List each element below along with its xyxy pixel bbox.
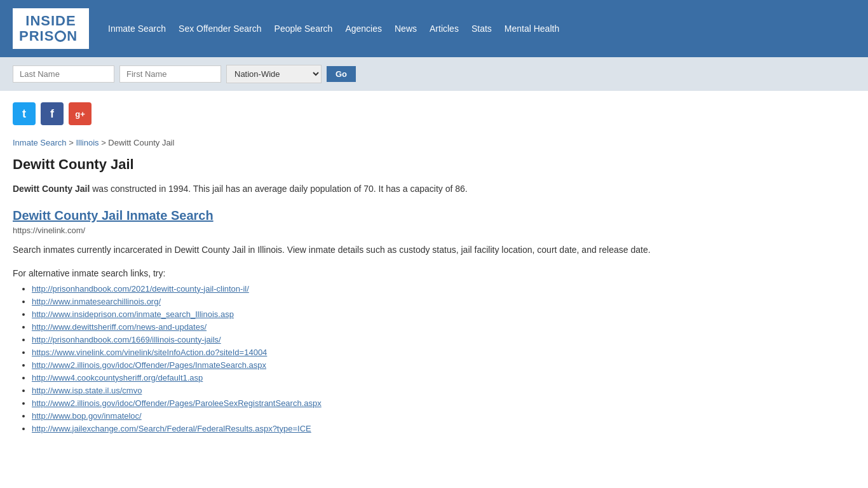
list-item: http://prisonhandbook.com/2021/dewitt-co… — [32, 283, 839, 294]
nav-articles[interactable]: Articles — [430, 24, 459, 34]
list-item: http://prisonhandbook.com/1669/illinois-… — [32, 334, 839, 344]
social-bar: t f g+ — [0, 91, 868, 132]
breadcrumb-inmate-search[interactable]: Inmate Search — [13, 138, 67, 147]
breadcrumb-illinois[interactable]: Illinois — [76, 138, 98, 147]
nav-news[interactable]: News — [395, 24, 417, 34]
nav-inmate-search[interactable]: Inmate Search — [108, 24, 166, 34]
vinelink-url: https://vinelink.com/ — [13, 226, 839, 235]
alt-link-5[interactable]: http://prisonhandbook.com/1669/illinois-… — [32, 335, 221, 344]
search-bar: Nation-Wide Alabama Alaska Arizona Illin… — [0, 57, 868, 91]
alt-link-3[interactable]: http://www.insideprison.com/inmate_searc… — [32, 309, 234, 319]
breadcrumb: Inmate Search > Illinois > Dewitt County… — [13, 138, 839, 147]
list-item: http://www.inmatesearchillinois.org/ — [32, 296, 839, 306]
alt-link-11[interactable]: http://www.bop.gov/inmateloc/ — [32, 411, 142, 421]
main-nav: Inmate Search Sex Offender Search People… — [108, 24, 559, 34]
alt-link-2[interactable]: http://www.inmatesearchillinois.org/ — [32, 297, 161, 306]
list-item: http://www.bop.gov/inmateloc/ — [32, 410, 839, 421]
page-title: Dewitt County Jail — [13, 156, 839, 173]
list-item: http://www.jailexchange.com/Search/Feder… — [32, 423, 839, 433]
logo-prison-text: PRISN — [19, 29, 83, 44]
nav-people-search[interactable]: People Search — [275, 24, 333, 34]
alt-link-12[interactable]: http://www.jailexchange.com/Search/Feder… — [32, 424, 311, 433]
alt-link-6[interactable]: https://www.vinelink.com/vinelink/siteIn… — [32, 348, 267, 357]
jail-description-text: was constructed in 1994. This jail has a… — [90, 184, 467, 194]
alt-links-intro: For alternative inmate search links, try… — [13, 268, 839, 278]
go-button[interactable]: Go — [327, 66, 356, 82]
nav-mental-health[interactable]: Mental Health — [505, 24, 559, 34]
breadcrumb-separator-2: > — [101, 138, 108, 147]
jail-description: Dewitt County Jail was constructed in 19… — [13, 182, 839, 197]
first-name-input[interactable] — [119, 65, 221, 83]
search-description: Search inmates currently incarcerated in… — [13, 243, 839, 258]
alt-links-list: http://prisonhandbook.com/2021/dewitt-co… — [13, 283, 839, 433]
google-plus-icon[interactable]: g+ — [69, 102, 92, 125]
alt-link-4[interactable]: http://www.dewittsheriff.com/news-and-up… — [32, 322, 207, 332]
list-item: http://www4.cookcountysheriff.org/defaul… — [32, 372, 839, 383]
alt-link-7[interactable]: http://www2.illinois.gov/idoc/Offender/P… — [32, 360, 266, 370]
list-item: http://www.isp.state.il.us/cmvo — [32, 385, 839, 395]
breadcrumb-separator-1: > — [69, 138, 76, 147]
main-content: Inmate Search > Illinois > Dewitt County… — [0, 132, 851, 465]
list-item: http://www2.illinois.gov/idoc/Offender/P… — [32, 398, 839, 408]
alt-link-1[interactable]: http://prisonhandbook.com/2021/dewitt-co… — [32, 284, 249, 294]
list-item: http://www.insideprison.com/inmate_searc… — [32, 309, 839, 319]
nav-agencies[interactable]: Agencies — [345, 24, 382, 34]
nav-stats[interactable]: Stats — [471, 24, 492, 34]
facebook-icon[interactable]: f — [41, 102, 64, 125]
list-item: http://www.dewittsheriff.com/news-and-up… — [32, 322, 839, 332]
jail-name-bold: Dewitt County Jail — [13, 184, 90, 194]
location-dropdown[interactable]: Nation-Wide Alabama Alaska Arizona Illin… — [226, 65, 322, 83]
alt-link-8[interactable]: http://www4.cookcountysheriff.org/defaul… — [32, 373, 203, 383]
alt-link-9[interactable]: http://www.isp.state.il.us/cmvo — [32, 386, 142, 395]
logo-o-circle — [55, 30, 66, 42]
breadcrumb-current: Dewitt County Jail — [108, 138, 174, 147]
list-item: https://www.vinelink.com/vinelink/siteIn… — [32, 347, 839, 357]
twitter-icon[interactable]: t — [13, 102, 36, 125]
site-logo[interactable]: INSIDE PRISN — [13, 8, 89, 49]
list-item: http://www2.illinois.gov/idoc/Offender/P… — [32, 360, 839, 370]
last-name-input[interactable] — [13, 65, 114, 83]
alt-link-10[interactable]: http://www2.illinois.gov/idoc/Offender/P… — [32, 398, 322, 408]
inmate-search-link[interactable]: Dewitt County Jail Inmate Search — [13, 208, 839, 223]
site-header: INSIDE PRISN Inmate Search Sex Offender … — [0, 0, 868, 57]
nav-sex-offender-search[interactable]: Sex Offender Search — [179, 24, 261, 34]
logo-inside-text: INSIDE — [19, 13, 83, 29]
